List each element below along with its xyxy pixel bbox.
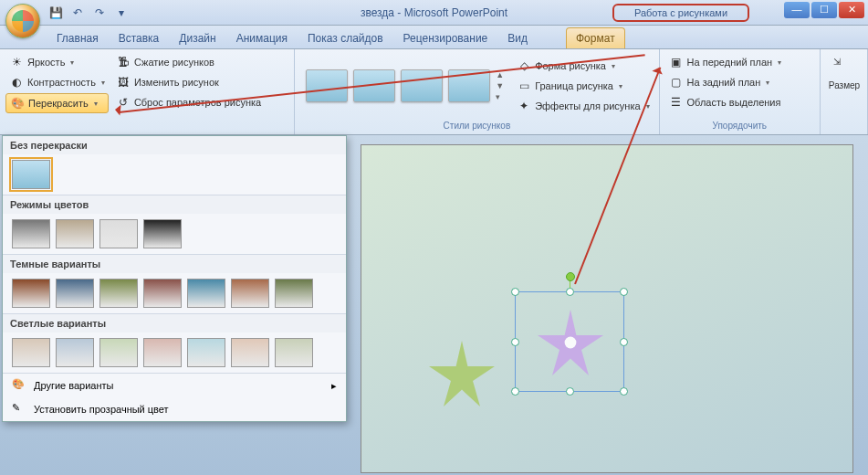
tab-slideshow[interactable]: Показ слайдов	[298, 28, 392, 48]
size-button[interactable]: ⇲ Размер	[826, 53, 863, 94]
recolor-swatch[interactable]	[99, 219, 138, 248]
selection-box[interactable]	[515, 291, 624, 392]
recolor-swatch[interactable]	[231, 279, 269, 308]
picture-border-button[interactable]: ▭Граница рисунка	[513, 77, 653, 95]
slide[interactable]	[361, 144, 853, 473]
recolor-modes-header: Режимы цветов	[3, 195, 346, 214]
send-back-icon: ▢	[669, 75, 684, 90]
recolor-dark-header: Темные варианты	[3, 255, 346, 273]
change-picture-icon: 🖼	[116, 75, 131, 90]
resize-handle[interactable]	[566, 288, 574, 296]
recolor-swatch[interactable]	[143, 338, 182, 367]
recolor-button[interactable]: 🎨Перекрасить	[5, 93, 109, 113]
rotate-handle[interactable]	[566, 272, 575, 281]
recolor-swatch[interactable]	[12, 219, 50, 248]
recolor-swatch[interactable]	[56, 338, 94, 367]
recolor-swatch[interactable]	[187, 338, 225, 367]
contrast-button[interactable]: ◐Контрастность	[5, 73, 109, 91]
star-shape-green[interactable]	[425, 337, 498, 410]
border-icon: ▭	[517, 79, 531, 93]
compress-icon: 🗜	[116, 55, 131, 69]
recolor-swatch[interactable]	[143, 279, 182, 308]
tab-animation[interactable]: Анимация	[227, 28, 297, 48]
resize-handle[interactable]	[566, 387, 574, 396]
recolor-swatch[interactable]	[99, 279, 138, 308]
recolor-swatch[interactable]	[12, 338, 50, 367]
recolor-swatch[interactable]	[56, 279, 94, 308]
brightness-icon: ☀	[9, 55, 24, 69]
arrow-head-icon	[109, 103, 120, 115]
resize-handle[interactable]	[511, 338, 519, 346]
selection-icon: ☰	[669, 95, 684, 110]
recolor-light-header: Светлые варианты	[3, 314, 346, 332]
tab-format[interactable]: Формат	[566, 27, 625, 48]
group-label-arrange: Упорядочить	[665, 119, 814, 132]
picture-effects-button[interactable]: ✦Эффекты для рисунка	[513, 97, 653, 115]
resize-handle[interactable]	[620, 338, 628, 346]
star-shape-purple[interactable]	[534, 306, 607, 379]
change-picture-button[interactable]: 🖼Изменить рисунок	[112, 73, 265, 91]
bring-front-button[interactable]: ▣На передний план	[665, 53, 786, 71]
tab-home[interactable]: Главная	[47, 28, 108, 48]
palette-icon: 🎨	[12, 378, 26, 393]
save-icon[interactable]: 💾	[47, 5, 64, 21]
size-icon: ⇲	[833, 57, 855, 79]
bring-front-icon: ▣	[669, 55, 684, 69]
recolor-swatch[interactable]	[99, 338, 138, 367]
redo-icon[interactable]: ↷	[91, 5, 108, 21]
window-title: звезда - Microsoft PowerPoint	[361, 6, 507, 19]
group-label-styles: Стили рисунков	[300, 119, 653, 132]
office-button[interactable]	[5, 4, 40, 38]
resize-handle[interactable]	[620, 288, 628, 296]
recolor-none-header: Без перекраски	[3, 136, 346, 154]
recolor-swatch[interactable]	[56, 219, 94, 248]
maximize-button[interactable]: ☐	[811, 2, 837, 18]
gallery-more-icon[interactable]: ▾	[496, 92, 504, 101]
undo-icon[interactable]: ↶	[69, 5, 86, 21]
set-transparent-button[interactable]: ✎ Установить прозрачный цвет	[3, 397, 346, 421]
style-thumb[interactable]	[401, 69, 443, 102]
svg-marker-0	[429, 341, 495, 406]
resize-handle[interactable]	[511, 288, 519, 296]
svg-point-2	[565, 337, 577, 349]
recolor-swatch[interactable]	[231, 338, 269, 367]
recolor-swatch[interactable]	[275, 279, 313, 308]
close-button[interactable]: ✕	[839, 2, 864, 18]
resize-handle[interactable]	[620, 387, 628, 396]
compress-button[interactable]: 🗜Сжатие рисунков	[112, 53, 265, 71]
recolor-swatch[interactable]	[143, 219, 182, 248]
selection-pane-button[interactable]: ☰Область выделения	[665, 93, 786, 111]
recolor-swatch[interactable]	[275, 338, 313, 367]
tab-review[interactable]: Рецензирование	[394, 28, 497, 48]
minimize-button[interactable]: —	[784, 2, 810, 18]
contrast-icon: ◐	[9, 75, 24, 90]
recolor-swatch-none[interactable]	[12, 160, 50, 189]
tab-insert[interactable]: Вставка	[110, 28, 169, 48]
qat-more-icon[interactable]: ▾	[113, 5, 130, 21]
tab-design[interactable]: Дизайн	[170, 28, 225, 48]
style-thumb[interactable]	[306, 69, 348, 102]
recolor-swatch[interactable]	[12, 279, 50, 308]
tab-view[interactable]: Вид	[498, 28, 537, 48]
recolor-more-button[interactable]: 🎨 Другие варианты ▸	[3, 374, 346, 397]
recolor-dropdown: Без перекраски Режимы цветов Темные вари…	[2, 135, 347, 422]
recolor-icon: 🎨	[10, 96, 25, 111]
send-back-button[interactable]: ▢На задний план	[665, 73, 786, 91]
shape-icon: ◇	[517, 58, 531, 73]
context-tab-title: Работа с рисунками	[612, 4, 749, 22]
resize-handle[interactable]	[511, 387, 519, 396]
gallery-down-icon[interactable]: ▼	[496, 81, 504, 90]
brightness-button[interactable]: ☀Яркость	[5, 53, 109, 71]
chevron-right-icon: ▸	[331, 380, 337, 392]
eyedropper-icon: ✎	[12, 402, 26, 417]
recolor-swatch[interactable]	[187, 279, 225, 308]
effects-icon: ✦	[517, 99, 531, 113]
